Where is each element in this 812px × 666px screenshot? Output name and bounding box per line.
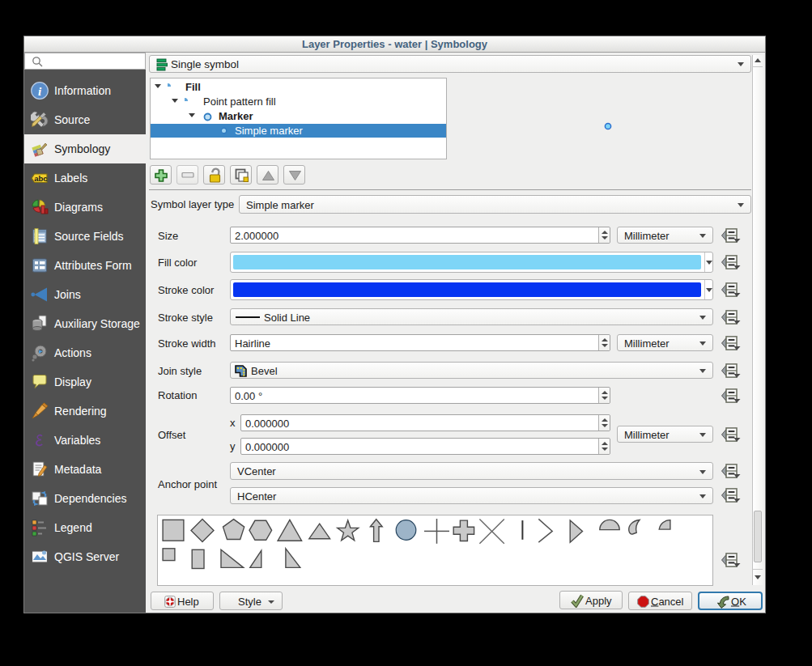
svg-text:abc: abc [34, 174, 47, 183]
